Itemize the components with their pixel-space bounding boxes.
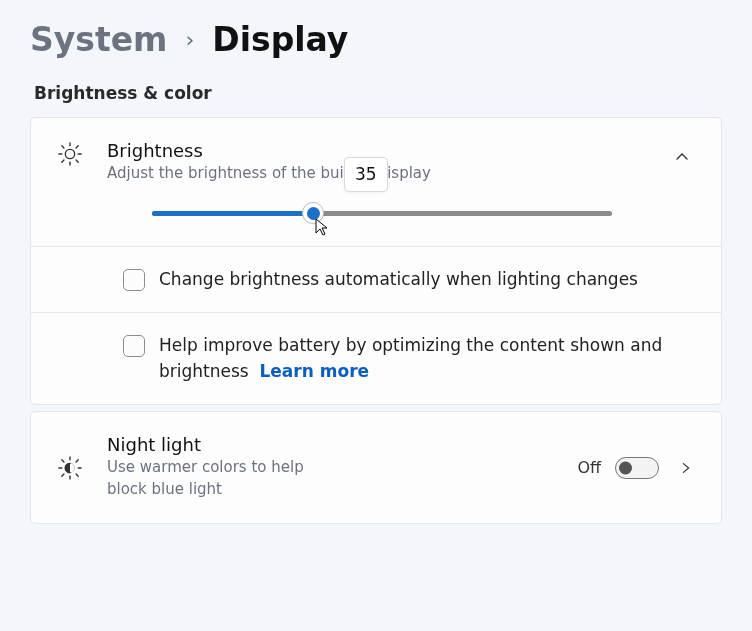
night-light-state-label: Off xyxy=(577,458,601,477)
auto-brightness-checkbox[interactable] xyxy=(123,269,145,291)
brightness-icon xyxy=(53,140,87,168)
svg-line-17 xyxy=(76,459,78,461)
section-header-brightness-color: Brightness & color xyxy=(34,83,722,103)
chevron-right-icon: › xyxy=(185,27,194,52)
brightness-description: Adjust the brightness of the built-in di… xyxy=(107,163,645,185)
night-light-description: Use warmer colors to help block blue lig… xyxy=(107,457,337,501)
learn-more-link[interactable]: Learn more xyxy=(260,361,370,381)
night-light-toggle[interactable] xyxy=(615,457,659,479)
mouse-cursor-icon xyxy=(313,217,333,237)
page-title: Display xyxy=(212,20,348,59)
svg-line-15 xyxy=(76,474,78,476)
svg-line-16 xyxy=(62,474,64,476)
svg-point-0 xyxy=(65,149,74,158)
night-light-title: Night light xyxy=(107,434,557,455)
breadcrumb: System › Display xyxy=(30,20,722,59)
content-optimize-label: Help improve battery by optimizing the c… xyxy=(159,333,695,384)
night-light-panel: Night light Use warmer colors to help bl… xyxy=(30,411,722,524)
chevron-right-icon[interactable] xyxy=(673,455,699,481)
svg-line-5 xyxy=(62,146,64,148)
brightness-value-tooltip: 35 xyxy=(344,157,388,192)
brightness-slider[interactable] xyxy=(152,211,612,216)
content-optimize-checkbox[interactable] xyxy=(123,335,145,357)
svg-line-14 xyxy=(62,459,64,461)
auto-brightness-option[interactable]: Change brightness automatically when lig… xyxy=(31,246,721,313)
auto-brightness-label: Change brightness automatically when lig… xyxy=(159,267,638,293)
night-light-icon xyxy=(53,454,87,482)
brightness-row[interactable]: Brightness Adjust the brightness of the … xyxy=(31,118,721,246)
svg-line-7 xyxy=(62,160,64,162)
brightness-panel: Brightness Adjust the brightness of the … xyxy=(30,117,722,405)
night-light-row[interactable]: Night light Use warmer colors to help bl… xyxy=(31,412,721,523)
svg-line-6 xyxy=(76,160,78,162)
svg-line-8 xyxy=(76,146,78,148)
collapse-chevron-icon[interactable] xyxy=(665,140,699,174)
breadcrumb-parent[interactable]: System xyxy=(30,20,167,59)
content-optimize-option[interactable]: Help improve battery by optimizing the c… xyxy=(31,312,721,404)
